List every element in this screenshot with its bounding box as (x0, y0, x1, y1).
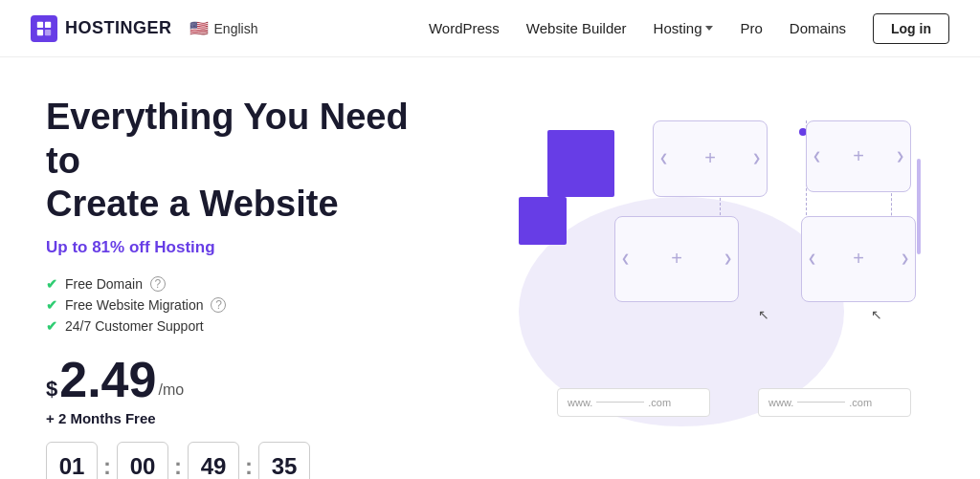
feature-domain: ✔ Free Domain ? (46, 276, 448, 292)
nav-domains[interactable]: Domains (790, 20, 846, 36)
cursor-icon-1: ↖ (758, 307, 769, 322)
plus-icon: + (704, 147, 716, 169)
svg-rect-2 (37, 29, 43, 34)
ui-card-2: ❮ + ❯ (806, 120, 911, 192)
hero-illustration: ❮ + ❯ ❮ + ❯ ❮ + ❯ ❮ + ❯ ↖ ↖ (448, 86, 934, 479)
logo-text: HOSTINGER (65, 18, 172, 38)
cursor-icon-2: ↖ (871, 307, 882, 322)
svg-rect-1 (45, 21, 51, 27)
nav-hosting[interactable]: Hosting (654, 20, 714, 36)
header: HOSTINGER 🇺🇸 English WordPress Website B… (0, 0, 980, 57)
price-dollar: $ (46, 375, 57, 404)
info-icon-domain[interactable]: ? (150, 276, 166, 292)
logo-icon (31, 15, 57, 42)
plus-icon: + (671, 248, 682, 270)
price-per-month: /mo (158, 381, 184, 399)
main-nav: WordPress Website Builder Hosting Pro Do… (429, 13, 949, 44)
login-button[interactable]: Log in (873, 13, 949, 44)
logo[interactable]: HOSTINGER (31, 15, 172, 42)
plus-icon: + (853, 145, 864, 167)
chevron-down-icon (705, 26, 713, 31)
countdown-sep1: : (103, 453, 111, 479)
price-amount: 2.49 (59, 355, 156, 404)
lang-label: English (214, 21, 258, 36)
countdown-days: 01 (46, 442, 98, 479)
illustration-container: ❮ + ❯ ❮ + ❯ ❮ + ❯ ❮ + ❯ ↖ ↖ (461, 101, 921, 465)
countdown-seconds: 35 (258, 442, 310, 479)
arrow-right-icon: ❯ (901, 252, 909, 265)
nav-website-builder[interactable]: Website Builder (526, 20, 627, 36)
arrow-left-icon: ❮ (813, 150, 821, 163)
arrow-right-icon: ❯ (896, 150, 904, 163)
check-icon: ✔ (46, 318, 57, 334)
price-block: $ 2.49 /mo (46, 355, 448, 404)
hero-section: Everything You Need to Create a Website … (0, 57, 980, 479)
countdown-sep2: : (174, 453, 182, 479)
ui-card-3: ❮ + ❯ (614, 216, 739, 302)
check-icon: ✔ (46, 297, 57, 313)
arrow-left-icon: ❮ (808, 252, 816, 265)
ui-card-4: ❮ + ❯ (801, 216, 916, 302)
countdown-hours: 00 (117, 442, 168, 479)
features-list: ✔ Free Domain ? ✔ Free Website Migration… (46, 276, 448, 334)
arrow-right-icon: ❯ (752, 152, 761, 164)
check-icon: ✔ (46, 276, 57, 292)
header-left: HOSTINGER 🇺🇸 English (31, 15, 257, 42)
arrow-left-icon: ❮ (621, 252, 630, 265)
domain-line (797, 402, 845, 403)
countdown-timer: 01 : 00 : 49 : 35 (46, 442, 448, 479)
hero-subtitle: Up to 81% off Hosting (46, 238, 448, 257)
arrow-right-icon: ❯ (724, 252, 732, 265)
info-icon-migration[interactable]: ? (211, 297, 226, 313)
price-row: $ 2.49 /mo (46, 355, 448, 404)
svg-rect-0 (37, 21, 43, 27)
domain-bar-1: www. .com (557, 388, 710, 417)
svg-rect-3 (45, 29, 51, 34)
domain-bar-2: www. .com (758, 388, 911, 417)
countdown-sep3: : (245, 453, 253, 479)
domain-line (596, 402, 644, 403)
arrow-left-icon: ❮ (659, 152, 668, 164)
nav-wordpress[interactable]: WordPress (429, 20, 500, 36)
purple-square-2 (519, 197, 567, 245)
flag-icon: 🇺🇸 (189, 19, 209, 37)
purple-square-1 (547, 130, 614, 197)
plus-icon: + (853, 248, 864, 270)
months-free: + 2 Months Free (46, 410, 448, 426)
ui-card-1: ❮ + ❯ (653, 120, 768, 197)
hero-content: Everything You Need to Create a Website … (46, 86, 448, 479)
countdown-minutes: 49 (188, 442, 239, 479)
nav-pro[interactable]: Pro (740, 20, 762, 36)
vertical-accent-bar (917, 159, 921, 254)
feature-migration: ✔ Free Website Migration ? (46, 297, 448, 313)
hero-title: Everything You Need to Create a Website (46, 96, 448, 227)
language-selector[interactable]: 🇺🇸 English (189, 19, 258, 37)
feature-support: ✔ 24/7 Customer Support (46, 318, 448, 334)
